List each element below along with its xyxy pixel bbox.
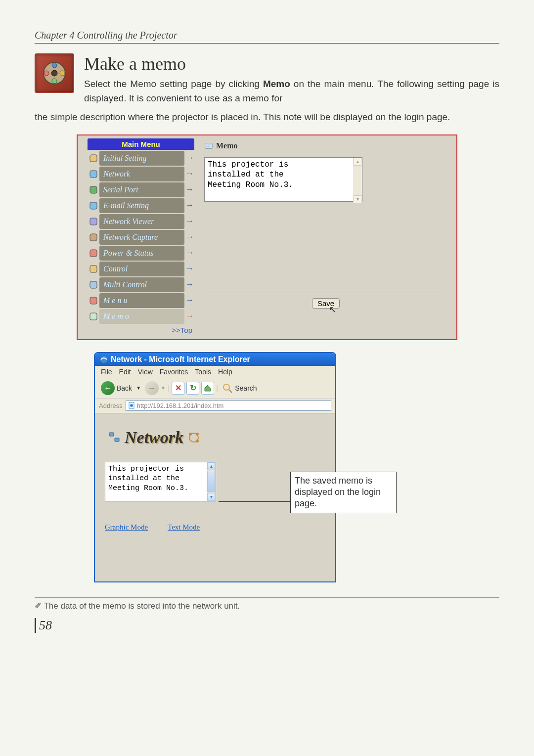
svg-rect-6 xyxy=(90,155,97,162)
section-illustration xyxy=(35,53,74,93)
menu-view[interactable]: View xyxy=(138,368,153,376)
menu-item-label: M e m o xyxy=(103,312,129,321)
content-panel: Memo ▴▾ Save ↖ xyxy=(202,138,452,336)
home-button[interactable] xyxy=(201,382,214,395)
menu-item-e-mail-setting[interactable]: E-mail Setting→ xyxy=(88,198,194,213)
capture-icon xyxy=(88,230,99,245)
svg-point-2 xyxy=(60,71,65,76)
login-memo-textarea[interactable] xyxy=(105,462,216,501)
memo-textarea-wrap: ▴▾ xyxy=(204,157,362,204)
chevron-right-icon: → xyxy=(184,277,194,292)
ie-logo-icon xyxy=(100,356,108,363)
scrollbar[interactable]: ▴▾ xyxy=(207,462,216,501)
menu-item-network-viewer[interactable]: Network Viewer→ xyxy=(88,214,194,229)
ie-titlebar: Network - Microsoft Internet Explorer xyxy=(95,353,335,366)
content-title-row: Memo xyxy=(204,141,447,150)
top-link[interactable]: >>Top xyxy=(172,326,192,334)
footnote: ✐ The data of the memo is stored into th… xyxy=(35,597,499,611)
svg-point-30 xyxy=(196,440,199,443)
intro-text-1: Select the Memo setting page by clicking… xyxy=(84,77,499,105)
svg-line-22 xyxy=(229,390,232,393)
chapter-header: Chapter 4 Controlling the Projector xyxy=(35,30,499,44)
address-bar[interactable]: http://192.168.1.201/index.htm xyxy=(126,400,331,411)
svg-rect-11 xyxy=(90,234,97,241)
menu-edit[interactable]: Edit xyxy=(119,368,131,376)
scrollbar[interactable]: ▴▾ xyxy=(353,158,362,203)
address-value: http://192.168.1.201/index.htm xyxy=(137,402,224,409)
svg-rect-15 xyxy=(90,297,97,304)
content-title: Memo xyxy=(216,141,238,150)
menu-item-label: Multi Control xyxy=(103,280,147,289)
svg-point-29 xyxy=(196,433,199,436)
svg-rect-25 xyxy=(109,433,114,436)
chevron-right-icon: → xyxy=(184,214,194,229)
menu-item-network[interactable]: Network→ xyxy=(88,167,194,181)
back-button[interactable]: ← Back▼ xyxy=(99,380,143,396)
text-mode-link[interactable]: Text Mode xyxy=(168,523,200,532)
chevron-right-icon: → xyxy=(184,182,194,197)
menu-icon xyxy=(88,293,99,308)
menu-item-label: E-mail Setting xyxy=(103,201,149,210)
svg-point-4 xyxy=(44,71,49,76)
ie-address-row: Address http://192.168.1.201/index.htm xyxy=(95,399,335,413)
menu-item-power-status[interactable]: Power & Status→ xyxy=(88,246,194,261)
menu-help[interactable]: Help xyxy=(218,368,232,376)
forward-button[interactable]: → xyxy=(145,381,159,395)
menu-item-label: Serial Port xyxy=(103,185,138,194)
svg-rect-9 xyxy=(90,202,97,209)
save-button[interactable]: Save xyxy=(312,298,340,309)
main-menu-title: Main Menu xyxy=(88,138,194,150)
menu-item-control[interactable]: Control→ xyxy=(88,262,194,276)
network-logo: Network xyxy=(108,428,325,447)
svg-rect-26 xyxy=(115,438,119,442)
ie-toolbar: ← Back▼ → ▼ | ✕ ↻ | Search xyxy=(95,378,335,399)
section-header: Make a memo Select the Memo setting page… xyxy=(35,53,499,105)
ie-window: Network - Microsoft Internet Explorer Fi… xyxy=(94,352,336,582)
chevron-right-icon: → xyxy=(184,151,194,166)
menu-item-label: M e n u xyxy=(103,296,127,305)
search-icon xyxy=(222,383,233,394)
port-icon xyxy=(88,182,99,197)
chevron-right-icon: → xyxy=(184,246,194,261)
menu-item-m-e-m-o[interactable]: M e m o→ xyxy=(88,309,194,324)
search-button[interactable]: Search xyxy=(220,382,259,395)
svg-rect-7 xyxy=(90,171,97,178)
memo-textarea[interactable] xyxy=(204,157,362,202)
menu-item-label: Network xyxy=(103,170,130,178)
callout-leader xyxy=(219,501,290,502)
svg-point-5 xyxy=(51,70,57,76)
svg-rect-8 xyxy=(90,186,97,193)
menu-item-network-capture[interactable]: Network Capture→ xyxy=(88,230,194,245)
menu-tools[interactable]: Tools xyxy=(195,368,211,376)
page-number: 58 xyxy=(35,618,52,633)
logo-icon-left xyxy=(108,431,121,444)
control-icon xyxy=(88,262,99,276)
menu-favorites[interactable]: Favorites xyxy=(160,368,188,376)
graphic-mode-link[interactable]: Graphic Mode xyxy=(105,523,148,532)
svg-rect-12 xyxy=(90,250,97,257)
chevron-right-icon: → xyxy=(184,309,194,324)
power-icon xyxy=(88,246,99,261)
logo-icon-right xyxy=(187,431,200,444)
svg-point-3 xyxy=(52,79,57,84)
svg-point-1 xyxy=(52,63,57,68)
menu-item-label: Initial Setting xyxy=(103,154,147,163)
menu-file[interactable]: File xyxy=(101,368,112,376)
menu-item-multi-control[interactable]: Multi Control→ xyxy=(88,277,194,292)
refresh-button[interactable]: ↻ xyxy=(186,382,199,395)
svg-rect-17 xyxy=(205,143,212,148)
intro-text-2: the simple description where the project… xyxy=(35,110,499,125)
svg-rect-14 xyxy=(90,281,97,288)
svg-rect-10 xyxy=(90,218,97,225)
menu-item-serial-port[interactable]: Serial Port→ xyxy=(88,182,194,197)
viewer-icon xyxy=(88,214,99,229)
mail-icon xyxy=(88,198,99,213)
menu-item-m-e-n-u[interactable]: M e n u→ xyxy=(88,293,194,308)
stop-button[interactable]: ✕ xyxy=(172,382,184,395)
svg-point-28 xyxy=(189,433,192,436)
menu-item-initial-setting[interactable]: Initial Setting→ xyxy=(88,151,194,166)
menu-item-label: Network Capture xyxy=(103,233,158,242)
page-icon xyxy=(88,151,99,166)
chevron-right-icon: → xyxy=(184,262,194,276)
svg-point-21 xyxy=(223,384,229,390)
